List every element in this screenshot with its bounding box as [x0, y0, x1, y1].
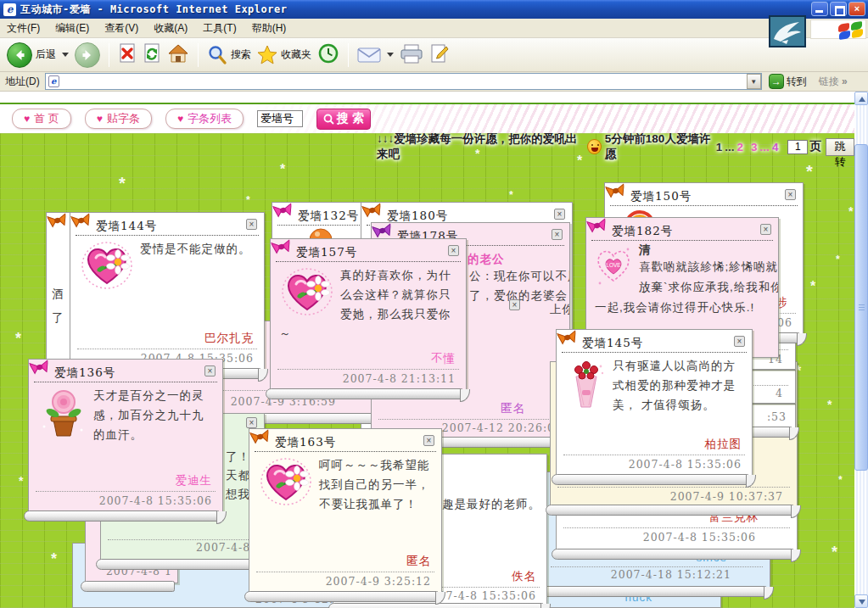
toolbar-separator: [348, 43, 349, 67]
wall-search-button[interactable]: 搜 索: [316, 109, 371, 130]
flower-sparkle-icon: *: [848, 204, 853, 218]
stop-button[interactable]: [118, 42, 137, 67]
flower-sparkle-icon: *: [836, 254, 840, 265]
menu-view[interactable]: 查看(V): [104, 21, 138, 36]
note-card-157[interactable]: 爱墙157号 × 真的好喜欢你，为什么会这样？就算你只爱她，那么我只爱你～ 不懂…: [270, 238, 467, 391]
minimize-button[interactable]: [811, 2, 828, 16]
refresh-button[interactable]: [143, 42, 161, 67]
site-logo-swan: [769, 15, 806, 47]
card-title: 爱墙136号: [34, 360, 217, 382]
menu-file[interactable]: 文件(F): [7, 21, 40, 36]
page-link-3[interactable]: 3: [751, 141, 758, 153]
flower-sparkle-icon: *: [827, 398, 832, 411]
page-link-2[interactable]: 2: [737, 141, 744, 153]
flower-sparkle-icon: *: [810, 279, 815, 294]
card-title: 爱墙150号: [610, 183, 798, 206]
menu-edit[interactable]: 编辑(E): [55, 21, 89, 36]
flower-sparkle-icon: *: [509, 189, 513, 201]
go-arrow-icon: →: [769, 74, 784, 89]
scrollbar-thumb[interactable]: [854, 144, 868, 471]
address-input[interactable]: [63, 74, 742, 89]
page-icon: e: [48, 75, 59, 87]
throbber-panel: [810, 20, 866, 39]
heart-flower-icon: [260, 457, 312, 512]
jump-button[interactable]: 跳转: [826, 138, 854, 156]
site-nav: ♥ 首 页 ♥ 贴字条 ♥ 字条列表 搜 索: [0, 104, 854, 133]
ie-app-icon: e: [3, 3, 16, 16]
love-wall: ↓↓↓爱墙珍藏每一份许愿，把你的爱吼出来吧 5分钟前180人爱墙许愿 1...2…: [0, 133, 854, 608]
address-dropdown-icon[interactable]: ▼: [747, 74, 761, 89]
nav-note-list-button[interactable]: ♥ 字条列表: [165, 109, 244, 129]
pushpin-icon: [47, 211, 69, 232]
search-toolbar-button[interactable]: 搜索: [207, 45, 251, 65]
page-label: 页: [809, 139, 821, 154]
links-chevron-icon: »: [842, 75, 848, 87]
magnifier-icon: [323, 114, 334, 125]
heart-flower-icon: [81, 241, 133, 296]
flower-sparkle-icon: *: [832, 544, 837, 561]
title-bar: e 互动城市-爱墙 - Microsoft Internet Explorer …: [0, 0, 868, 19]
flower-sparkle-icon: *: [51, 550, 57, 568]
flower-bouquet-icon: [567, 358, 606, 416]
flower-sparkle-icon: *: [838, 474, 843, 486]
card-close-icon[interactable]: ×: [204, 365, 216, 377]
mail-dropdown-icon[interactable]: [387, 53, 394, 57]
links-label[interactable]: 链接 »: [819, 75, 848, 89]
flower-sparkle-icon: *: [15, 330, 21, 348]
marquee-count-text: 5分钟前180人爱墙许愿: [605, 133, 714, 162]
edit-button[interactable]: [429, 43, 450, 66]
window-title: 互动城市-爱墙 - Microsoft Internet Explorer: [20, 3, 287, 17]
go-button[interactable]: → 转到: [769, 74, 807, 89]
mail-button[interactable]: [357, 47, 394, 64]
menu-bar: 文件(F) 编辑(E) 查看(V) 收藏(A) 工具(T) 帮助(H): [0, 19, 868, 38]
menu-favorites[interactable]: 收藏(A): [154, 21, 188, 36]
card-close-icon[interactable]: ×: [554, 209, 565, 220]
back-button[interactable]: 后退: [7, 42, 69, 68]
note-card-145[interactable]: 爱墙145号 × 只有驱遣人以高尚的方式相爱的那种爱神才是美， 才值得颂扬。 柏…: [556, 329, 753, 477]
flower-sparkle-icon: *: [806, 162, 813, 181]
card-close-icon[interactable]: ×: [509, 299, 520, 310]
card-close-icon[interactable]: ×: [734, 336, 745, 347]
page-number-input[interactable]: [787, 140, 808, 154]
heart-icon: ♥: [177, 113, 183, 125]
home-button[interactable]: [167, 43, 189, 66]
note-card-136[interactable]: 爱墙136号 × 天才是百分之一的灵感，加百分之九十九的血汗。 爱迪生 2007…: [28, 359, 223, 513]
toolbar-separator: [109, 43, 109, 67]
vertical-scrollbar[interactable]: [854, 92, 868, 608]
restore-button[interactable]: [830, 2, 847, 16]
marquee-banner: ↓↓↓爱墙珍藏每一份许愿，把你的爱吼出来吧 5分钟前180人爱墙许愿 1...2…: [377, 136, 854, 158]
forward-button[interactable]: [75, 42, 100, 68]
flower-sparkle-icon: *: [19, 474, 23, 488]
card-close-icon[interactable]: ×: [448, 245, 459, 256]
card-title: 爱墙145号: [562, 330, 747, 353]
back-dropdown-icon[interactable]: [62, 53, 69, 57]
heart-icon: ♥: [24, 113, 30, 125]
favorites-button[interactable]: 收藏夹: [257, 45, 311, 65]
heart-icon: ♥: [97, 113, 103, 125]
wall-number-input[interactable]: [257, 110, 303, 127]
nav-post-note-button[interactable]: ♥ 贴字条: [85, 109, 152, 129]
flower-sparkle-icon: *: [119, 174, 126, 193]
rose-pot-icon: [39, 388, 87, 444]
note-card-163[interactable]: 爱墙163号 × 呵呵～～～我希望能找到自己的另一半，不要让我孤单了！ 匿名 2…: [249, 428, 442, 594]
heart-flower-icon: [281, 267, 333, 322]
laughing-face-icon: [587, 139, 602, 154]
print-button[interactable]: [400, 43, 423, 66]
note-card-144[interactable]: 爱墙144号 × 爱情是不能定做的。 巴尔扎克 2007-4-8 15:35:0…: [70, 212, 265, 371]
menu-tools[interactable]: 工具(T): [203, 21, 236, 36]
address-bar: 地址(D) e ▼ → 转到 链接 »: [0, 72, 868, 92]
nav-home-button[interactable]: ♥ 首 页: [12, 109, 71, 129]
toolbar-separator: [198, 43, 199, 67]
card-close-icon[interactable]: ×: [246, 219, 257, 230]
card-close-icon[interactable]: ×: [423, 435, 434, 446]
menu-help[interactable]: 帮助(H): [252, 21, 287, 36]
scroll-up-icon[interactable]: [854, 92, 868, 105]
card-close-icon[interactable]: ×: [785, 189, 796, 200]
flower-sparkle-icon: *: [280, 162, 285, 177]
history-button[interactable]: [317, 42, 339, 67]
flower-sparkle-icon: *: [246, 194, 250, 206]
scroll-down-icon[interactable]: [854, 594, 868, 608]
page-link-4[interactable]: 4: [772, 141, 779, 153]
page-link-1[interactable]: 1: [716, 141, 723, 153]
close-button[interactable]: ×: [848, 2, 865, 16]
